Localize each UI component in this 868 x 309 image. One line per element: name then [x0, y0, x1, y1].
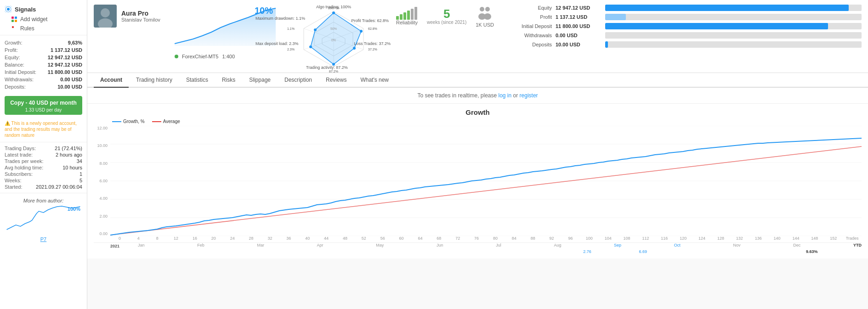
- ytd-stat: 9.63%: [806, 249, 862, 254]
- signals-header[interactable]: Signals: [0, 4, 87, 15]
- x-label-92: 92: [542, 236, 561, 241]
- y-label-4: 4.00: [94, 196, 108, 201]
- equity-bar-outer: [605, 5, 862, 11]
- legend-growth-label: Growth, %: [123, 119, 145, 124]
- y-axis: 12.00 10.00 8.00 6.00 4.00 2.00 0.00: [94, 126, 110, 236]
- profile-info: Aura Pro Stanislav Tomilov: [121, 10, 160, 22]
- divider2: [0, 142, 87, 142]
- month-oct: Oct: [674, 243, 681, 249]
- x-label-84: 84: [505, 236, 523, 241]
- equity-value: 12 947.12 USD: [48, 55, 82, 60]
- svg-rect-3: [11, 17, 14, 19]
- stat-spacer4: [305, 249, 360, 254]
- x-label-0: 0: [110, 236, 129, 241]
- content-area: To see trades in realtime, please log in…: [87, 88, 868, 309]
- x-label-28: 28: [242, 236, 261, 241]
- month-sep: Sep: [614, 243, 621, 249]
- or-text: or: [513, 92, 518, 99]
- tab-risks[interactable]: Risks: [216, 73, 242, 88]
- people-icon: [477, 5, 493, 21]
- svg-point-0: [7, 8, 10, 11]
- legend-average: Average: [152, 119, 180, 124]
- add-widget-item[interactable]: Add widget: [0, 15, 87, 24]
- main-panel: Aura Pro Stanislav Tomilov 10% ForexChie…: [87, 0, 868, 309]
- svg-point-36: [484, 13, 491, 20]
- broker-dot: [175, 55, 178, 58]
- month-jul: Jul: [496, 243, 501, 249]
- withdrawals-bar-outer: [605, 32, 862, 39]
- month-mar: Mar: [257, 243, 264, 249]
- x-label-12: 12: [167, 236, 186, 241]
- broker-row: ForexChief-MT5 1:400: [175, 54, 276, 59]
- copy-btn-line1: Copy - 40 USD per month: [7, 100, 79, 107]
- divider3: [0, 193, 87, 193]
- svg-point-24: [314, 28, 317, 31]
- sidebar: Signals Add widget Rules Growth: 9,63% P…: [0, 0, 87, 309]
- equity-stat: Equity: 12 947.12 USD: [5, 54, 82, 61]
- reliability-block: Reliability 5 weeks (since 2021) 1K USD: [391, 5, 494, 28]
- deposits-bar-row: Deposits 10.00 USD: [506, 41, 862, 48]
- tab-trading-history[interactable]: Trading history: [130, 73, 179, 88]
- tab-statistics[interactable]: Statistics: [180, 73, 215, 88]
- radar-label-drawdown: Maximum drawdown: 1.1%: [255, 16, 305, 21]
- radar-label-loss: Loss Trades: 37.2%: [354, 41, 391, 46]
- month-apr: Apr: [317, 243, 323, 249]
- growth-legend: Growth, % Average: [94, 119, 862, 124]
- deposits-bar-value: 10.00 USD: [556, 42, 601, 47]
- copy-button[interactable]: Copy - 40 USD per month 1.33 USD per day: [5, 96, 82, 115]
- x-label-56: 56: [373, 236, 392, 241]
- deposits-value: 10.00 USD: [57, 84, 82, 90]
- x-label-4: 4: [129, 236, 148, 241]
- x-label-32: 32: [261, 236, 279, 241]
- sep-stat: 2.76: [583, 249, 639, 254]
- tab-slippage[interactable]: Slippage: [243, 73, 277, 88]
- mini-chart-pct: 100%: [68, 206, 80, 212]
- register-link[interactable]: register: [520, 92, 538, 99]
- svg-rect-7: [12, 26, 14, 28]
- tab-description[interactable]: Description: [278, 73, 318, 88]
- tab-account[interactable]: Account: [94, 73, 129, 88]
- svg-text:62.8%: 62.8%: [368, 27, 377, 30]
- trades-per-week-value: 34: [77, 158, 82, 164]
- x-label-148: 148: [805, 236, 824, 241]
- x-label-120: 120: [674, 236, 692, 241]
- weeks-value: 5: [79, 178, 82, 183]
- tab-reviews[interactable]: Reviews: [319, 73, 353, 88]
- top-chart-block: 10% ForexChief-MT5 1:400: [175, 5, 276, 60]
- started-label: Started:: [5, 184, 23, 190]
- x-label-80: 80: [486, 236, 505, 241]
- growth-section: Growth Growth, % Average 12.00 10.00 8.0…: [87, 104, 868, 258]
- profit-value: 1 137.12 USD: [51, 47, 82, 53]
- latest-trade-stat: Latest trade: 2 hours ago: [5, 152, 82, 158]
- x-label-132: 132: [730, 236, 749, 241]
- x-label-112: 112: [636, 236, 655, 241]
- warning-icon: ⚠️: [5, 121, 10, 126]
- chart-container: [110, 126, 862, 236]
- rules-label: Rules: [20, 25, 34, 32]
- svg-point-21: [353, 47, 356, 50]
- chart-bottom-row: 2021 Jan Feb Mar Apr May Jun Jul Aug Sep…: [94, 242, 862, 249]
- realtime-notice: To see trades in realtime, please log in…: [87, 88, 868, 104]
- tab-what's-new[interactable]: What's new: [354, 73, 395, 88]
- initial-deposit-label: Initial Deposit:: [5, 69, 36, 75]
- login-link[interactable]: log in: [499, 92, 512, 99]
- subscribers-stat: Subscribers: 1: [5, 171, 82, 177]
- x-label-140: 140: [768, 236, 787, 241]
- signals-label: Signals: [15, 6, 36, 13]
- x-label-36: 36: [279, 236, 298, 241]
- initial-bar-row: Initial Deposit 11 800.00 USD: [506, 23, 862, 29]
- weeks-item: 5 weeks (since 2021): [427, 8, 466, 25]
- avatar: [94, 5, 117, 28]
- signals-icon: [5, 6, 12, 13]
- mini-chart-link[interactable]: P7: [0, 236, 87, 244]
- avg-holding-value: 10 hours: [62, 165, 82, 170]
- add-widget-icon: [11, 16, 17, 22]
- radar-svg: 100+% 62.8% 37.2% 87.2% 2.3% 1.1% 0% 50%: [283, 5, 384, 73]
- x-label-76: 76: [467, 236, 486, 241]
- radar-label-deposit: Max deposit load: 2.3%: [255, 41, 299, 46]
- subscribers-value: 1: [79, 171, 82, 177]
- stat-spacer9: [695, 249, 750, 254]
- rel-bar-1: [396, 16, 399, 20]
- x-label-48: 48: [336, 236, 355, 241]
- rules-item[interactable]: Rules: [0, 24, 87, 33]
